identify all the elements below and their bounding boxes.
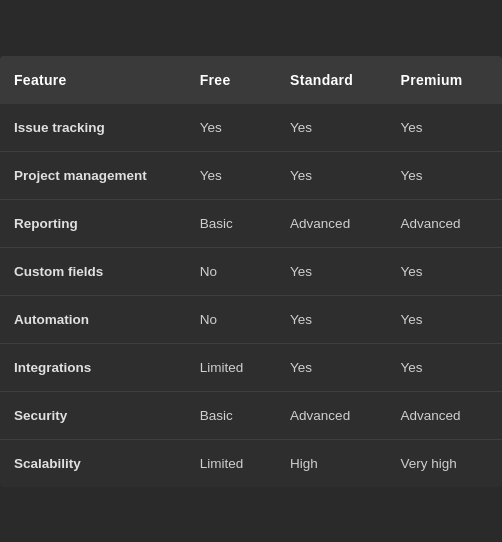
table-row: Issue trackingYesYesYes	[0, 104, 502, 152]
table-row: SecurityBasicAdvancedAdvanced	[0, 391, 502, 439]
cell-standard: Yes	[276, 151, 386, 199]
cell-standard: Yes	[276, 343, 386, 391]
cell-free: Limited	[186, 343, 276, 391]
cell-premium: Very high	[387, 439, 502, 487]
cell-standard: Yes	[276, 104, 386, 152]
table-row: Project managementYesYesYes	[0, 151, 502, 199]
cell-feature: Reporting	[0, 199, 186, 247]
cell-premium: Advanced	[387, 391, 502, 439]
cell-premium: Yes	[387, 151, 502, 199]
cell-free: Basic	[186, 199, 276, 247]
cell-premium: Yes	[387, 343, 502, 391]
cell-feature: Security	[0, 391, 186, 439]
header-standard: Standard	[276, 56, 386, 104]
comparison-table-container: Feature Free Standard Premium Issue trac…	[0, 56, 502, 487]
table-row: Custom fieldsNoYesYes	[0, 247, 502, 295]
header-feature: Feature	[0, 56, 186, 104]
cell-free: No	[186, 295, 276, 343]
table-row: ReportingBasicAdvancedAdvanced	[0, 199, 502, 247]
cell-feature: Issue tracking	[0, 104, 186, 152]
cell-feature: Integrations	[0, 343, 186, 391]
cell-feature: Project management	[0, 151, 186, 199]
cell-standard: Advanced	[276, 199, 386, 247]
cell-standard: Advanced	[276, 391, 386, 439]
table-header-row: Feature Free Standard Premium	[0, 56, 502, 104]
cell-standard: Yes	[276, 295, 386, 343]
table-row: ScalabilityLimitedHighVery high	[0, 439, 502, 487]
cell-free: Limited	[186, 439, 276, 487]
header-free: Free	[186, 56, 276, 104]
cell-free: Yes	[186, 151, 276, 199]
cell-premium: Yes	[387, 295, 502, 343]
cell-feature: Scalability	[0, 439, 186, 487]
cell-standard: Yes	[276, 247, 386, 295]
cell-free: Yes	[186, 104, 276, 152]
feature-comparison-table: Feature Free Standard Premium Issue trac…	[0, 56, 502, 487]
header-premium: Premium	[387, 56, 502, 104]
cell-standard: High	[276, 439, 386, 487]
cell-free: Basic	[186, 391, 276, 439]
cell-free: No	[186, 247, 276, 295]
table-row: AutomationNoYesYes	[0, 295, 502, 343]
cell-premium: Yes	[387, 104, 502, 152]
cell-premium: Advanced	[387, 199, 502, 247]
table-row: IntegrationsLimitedYesYes	[0, 343, 502, 391]
cell-premium: Yes	[387, 247, 502, 295]
cell-feature: Automation	[0, 295, 186, 343]
cell-feature: Custom fields	[0, 247, 186, 295]
